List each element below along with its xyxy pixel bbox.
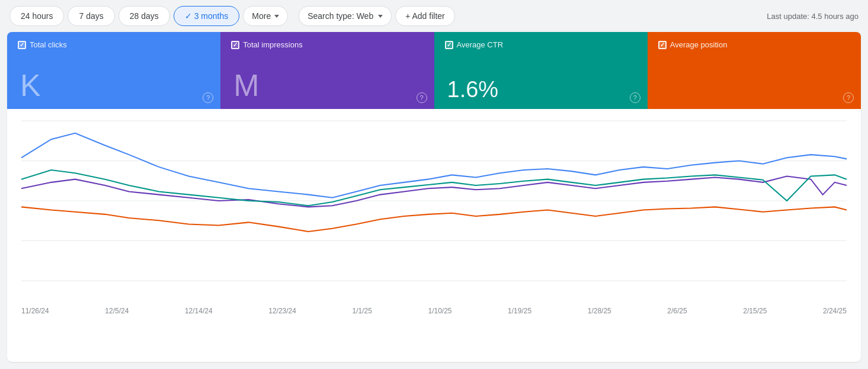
- metric-checkbox-clicks[interactable]: [18, 41, 26, 49]
- metric-value-clicks: K: [18, 68, 210, 101]
- metric-value-ctr: 1.6%: [445, 76, 637, 101]
- x-label-5: 1/10/25: [428, 307, 451, 315]
- metric-help-impressions[interactable]: ?: [417, 92, 427, 103]
- metric-label-ctr: Average CTR: [445, 40, 637, 49]
- main-content: Total clicks K ? Total impressions M ? A…: [7, 32, 861, 362]
- x-label-2: 12/14/24: [185, 307, 213, 315]
- metric-card-ctr[interactable]: Average CTR 1.6% ?: [434, 32, 648, 109]
- chart-area: [7, 109, 861, 304]
- chevron-down-icon: [274, 15, 279, 18]
- metric-value-position: [658, 98, 850, 101]
- x-label-8: 2/6/25: [667, 307, 687, 315]
- x-label-0: 11/26/24: [21, 307, 49, 315]
- filter-7days[interactable]: 7 days: [68, 6, 114, 26]
- x-label-7: 1/28/25: [588, 307, 611, 315]
- metric-help-position[interactable]: ?: [843, 92, 854, 103]
- chevron-down-icon: [378, 15, 383, 18]
- x-label-4: 1/1/25: [353, 307, 372, 315]
- x-axis-labels: 11/26/24 12/5/24 12/14/24 12/23/24 1/1/2…: [7, 304, 861, 315]
- metric-help-clicks[interactable]: ?: [203, 92, 213, 103]
- metric-label-impressions: Total impressions: [231, 40, 423, 49]
- line-impressions: [21, 176, 847, 207]
- metric-card-impressions[interactable]: Total impressions M ?: [220, 32, 434, 109]
- x-label-9: 2/15/25: [743, 307, 767, 315]
- metric-card-clicks[interactable]: Total clicks K ?: [7, 32, 220, 109]
- metric-help-ctr[interactable]: ?: [630, 92, 640, 103]
- filter-3months[interactable]: ✓ 3 months: [174, 6, 239, 26]
- more-button[interactable]: More: [243, 6, 288, 26]
- metric-checkbox-position[interactable]: [658, 41, 667, 49]
- check-icon: ✓: [185, 11, 194, 21]
- filter-28days[interactable]: 28 days: [118, 6, 170, 26]
- metric-card-position[interactable]: Average position ?: [648, 32, 861, 109]
- x-label-1: 12/5/24: [105, 307, 129, 315]
- x-label-6: 1/19/25: [508, 307, 531, 315]
- metric-checkbox-impressions[interactable]: [231, 41, 239, 49]
- metric-cards: Total clicks K ? Total impressions M ? A…: [7, 32, 861, 109]
- search-type-button[interactable]: Search type: Web: [299, 6, 392, 26]
- metric-label-clicks: Total clicks: [18, 40, 210, 49]
- metric-label-position: Average position: [658, 40, 850, 49]
- last-update-text: Last update: 4.5 hours ago: [767, 12, 859, 21]
- line-position: [21, 207, 847, 232]
- x-label-10: 2/24/25: [823, 307, 847, 315]
- metric-checkbox-ctr[interactable]: [445, 41, 453, 49]
- metric-value-impressions: M: [231, 68, 423, 101]
- add-filter-button[interactable]: + Add filter: [395, 6, 455, 26]
- x-label-3: 12/23/24: [268, 307, 296, 315]
- line-chart: [21, 121, 847, 281]
- filter-24hours[interactable]: 24 hours: [9, 6, 64, 26]
- toolbar: 24 hours 7 days 28 days ✓ 3 months More …: [0, 0, 868, 32]
